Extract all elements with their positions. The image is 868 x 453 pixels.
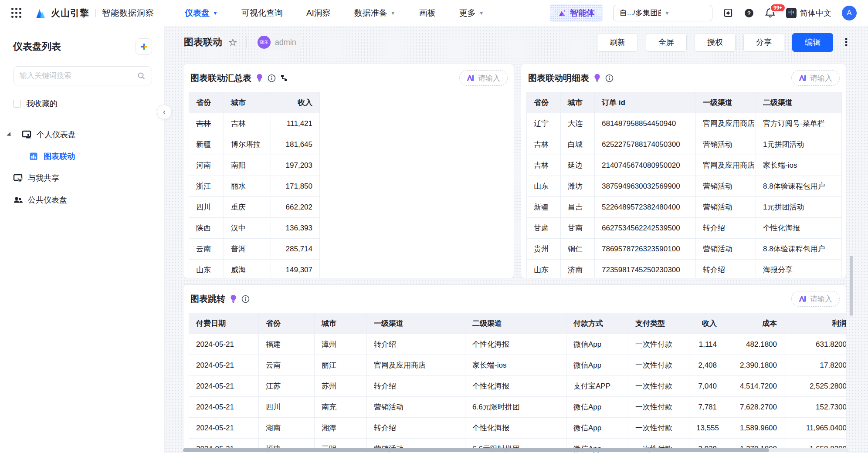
table-cell[interactable]: 重庆	[224, 197, 271, 218]
table-cell[interactable]: 贵州	[527, 239, 561, 260]
table-cell[interactable]: 11,965.0400	[784, 418, 847, 439]
table-cell[interactable]: 转介绍	[367, 334, 465, 355]
table-cell[interactable]: 丽水	[224, 176, 271, 197]
table-cell[interactable]: 山东	[527, 176, 561, 197]
horizontal-scrollbar-thumb[interactable]	[183, 448, 769, 452]
table-cell[interactable]: 2,408	[689, 355, 724, 376]
table-cell[interactable]: 南充	[315, 397, 367, 418]
column-header[interactable]: 成本	[724, 313, 784, 334]
table-cell[interactable]: 营销活动	[696, 197, 756, 218]
column-header[interactable]: 付款方式	[566, 313, 628, 334]
table-cell[interactable]: 吉林	[224, 113, 271, 134]
table-cell[interactable]: 营销活动	[696, 239, 756, 260]
table-cell[interactable]: 转介绍	[367, 376, 465, 397]
table-cell[interactable]: 转介绍	[696, 218, 756, 239]
table-cell[interactable]: 2024-05-21	[189, 334, 259, 355]
table-cell[interactable]: 个性化海报	[465, 418, 566, 439]
table-cell[interactable]: 吉林	[527, 155, 561, 176]
notification-bell-icon[interactable]: 99+	[765, 7, 776, 18]
table-cell[interactable]: 海报分享	[756, 260, 842, 279]
table-cell[interactable]: 丽江	[315, 355, 367, 376]
table-cell[interactable]: 苏州	[315, 376, 367, 397]
tree-expander-icon[interactable]	[7, 132, 12, 137]
column-header[interactable]: 城市	[561, 92, 595, 113]
table-cell[interactable]: 铜仁	[561, 239, 595, 260]
table-cell[interactable]: 山东	[527, 260, 561, 279]
app-launcher-icon[interactable]	[11, 8, 21, 18]
table-cell[interactable]: 482.1800	[724, 334, 784, 355]
table-cell[interactable]: 8.8体验课程包用户	[756, 239, 842, 260]
table-cell[interactable]: 延边	[561, 155, 595, 176]
tab-data-prep[interactable]: 数据准备 ▼	[354, 7, 396, 19]
table-cell[interactable]: 官网及应用商店	[696, 155, 756, 176]
table-cell[interactable]: 5226489572382480400	[595, 197, 696, 218]
table-cell[interactable]: 昌吉	[561, 197, 595, 218]
table-cell[interactable]: 吉林	[527, 134, 561, 155]
table-cell[interactable]: 152.7300	[784, 397, 847, 418]
table-cell[interactable]: 197,203	[271, 155, 320, 176]
language-switcher[interactable]: 中 简体中文	[786, 8, 831, 18]
table-cell[interactable]: 7,040	[689, 376, 724, 397]
help-icon[interactable]: ?	[744, 8, 754, 18]
table-cell[interactable]: 营销活动	[367, 397, 465, 418]
sidebar-item-public-dashboards[interactable]: 公共仪表盘	[13, 189, 152, 211]
table-cell[interactable]: 个性化海报	[465, 334, 566, 355]
vertical-scrollbar-thumb[interactable]	[850, 256, 853, 316]
table-cell[interactable]: 转介绍	[367, 418, 465, 439]
table-cell[interactable]: 一次性付款	[628, 355, 689, 376]
table-cell[interactable]: 4,514.7200	[724, 376, 784, 397]
favorites-checkbox[interactable]	[13, 100, 21, 108]
table-cell[interactable]: 汉中	[224, 218, 271, 239]
table-cell[interactable]: 大连	[561, 113, 595, 134]
table-cell[interactable]: 河南	[189, 155, 224, 176]
sidebar-item-personal-dashboards[interactable]: 个人仪表盘	[13, 124, 152, 145]
column-header[interactable]: 省份	[259, 313, 315, 334]
table-cell[interactable]: 1元拼团活动	[756, 197, 842, 218]
favorite-star-icon[interactable]: ☆	[228, 37, 237, 48]
column-header[interactable]: 一级渠道	[696, 92, 756, 113]
table-cell[interactable]: 个性化海报	[465, 376, 566, 397]
info-icon[interactable]	[605, 74, 614, 82]
table-cell[interactable]: 2024-05-21	[189, 355, 259, 376]
more-actions-icon[interactable]: ⋮	[841, 37, 851, 47]
table-cell[interactable]: 2024-05-21	[189, 418, 259, 439]
table-cell[interactable]: 营销活动	[696, 134, 756, 155]
table-cell[interactable]: 四川	[189, 197, 224, 218]
column-header[interactable]: 收入	[689, 313, 724, 334]
table-cell[interactable]: 171,850	[271, 176, 320, 197]
table-cell[interactable]: 家长端-ios	[465, 355, 566, 376]
sidebar-item-chart-linkage[interactable]: 图表联动	[13, 145, 152, 167]
table-cell[interactable]: 微信App	[566, 418, 628, 439]
table-cell[interactable]: 181,645	[271, 134, 320, 155]
tab-canvas[interactable]: 画板	[419, 7, 436, 19]
column-header[interactable]: 省份	[189, 92, 224, 113]
table-cell[interactable]: 济南	[561, 260, 595, 279]
table-cell[interactable]: 博尔塔拉	[224, 134, 271, 155]
table-cell[interactable]: 6.6元限时拼团	[465, 397, 566, 418]
table-cell[interactable]: 江苏	[259, 376, 315, 397]
table-cell[interactable]: 2,390.1800	[724, 355, 784, 376]
tab-ai-insight[interactable]: AI洞察	[306, 7, 331, 19]
table-cell[interactable]: 新疆	[527, 197, 561, 218]
column-header[interactable]: 订单 id	[595, 92, 696, 113]
table-cell[interactable]: 普洱	[224, 239, 271, 260]
table-cell[interactable]: 漳州	[315, 334, 367, 355]
table-cell[interactable]: 南阳	[224, 155, 271, 176]
table-cell[interactable]: 8.8体验课程包用户	[756, 176, 842, 197]
table-cell[interactable]: 微信App	[566, 397, 628, 418]
table-cell[interactable]: 辽宁	[527, 113, 561, 134]
table-cell[interactable]: 2024-05-21	[189, 376, 259, 397]
lightbulb-icon[interactable]	[593, 74, 601, 82]
table-cell[interactable]: 一次性付款	[628, 418, 689, 439]
column-header[interactable]: 利润	[784, 313, 847, 334]
tab-more[interactable]: 更多 ▼	[459, 7, 484, 19]
table-cell[interactable]: 山东	[189, 260, 224, 279]
table-cell[interactable]: 潍坊	[561, 176, 595, 197]
table-cell[interactable]: 1元拼团活动	[756, 134, 842, 155]
table-cell[interactable]: 7235981745250230300	[595, 260, 696, 279]
column-header[interactable]: 城市	[224, 92, 271, 113]
refresh-button[interactable]: 刷新	[597, 33, 638, 52]
info-icon[interactable]	[268, 74, 276, 82]
column-header[interactable]: 城市	[315, 313, 367, 334]
horizontal-scrollbar-track[interactable]	[183, 448, 849, 452]
